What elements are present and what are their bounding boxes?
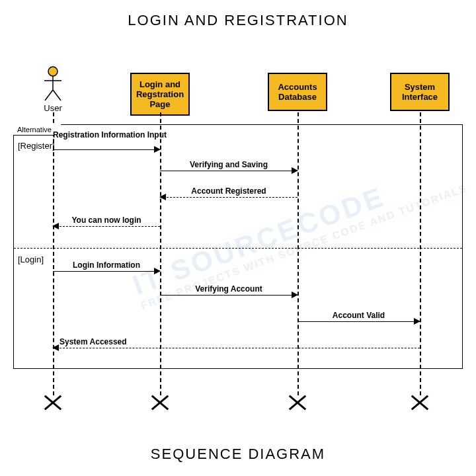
svg-point-0 xyxy=(48,67,58,76)
lifeline-box-sys: System Interface xyxy=(390,73,450,111)
destroy-sys xyxy=(410,395,430,410)
msg-label: Verifying Account xyxy=(160,284,298,294)
msg-verify-acct: Verifying Account xyxy=(160,295,298,307)
actor-icon xyxy=(43,66,63,102)
msg-label: System Accessed xyxy=(60,337,127,346)
msg-label: Account Registered xyxy=(160,186,298,196)
msg-verify-save: Verifying and Saving xyxy=(160,171,298,182)
msg-acct-valid: Account Valid xyxy=(298,321,420,333)
msg-label: Login Information xyxy=(53,260,160,270)
destroy-db xyxy=(288,395,307,410)
msg-acct-registered: Account Registered xyxy=(160,197,298,209)
lifeline-box-page: Login and Regstration Page xyxy=(130,73,190,116)
guard-login: [Login] xyxy=(18,255,44,264)
msg-sys-accessed: System Accessed xyxy=(53,348,420,360)
msg-label: Verifying and Saving xyxy=(160,160,298,169)
msg-label: Account Valid xyxy=(298,311,420,320)
actor-label: User xyxy=(40,103,66,113)
destroy-page xyxy=(150,395,170,410)
msg-label: Registration Information Input xyxy=(53,131,160,139)
msg-can-login: You can now login xyxy=(53,226,160,238)
guard-register: [Register] xyxy=(18,141,55,151)
footer-title: SEQUENCE DIAGRAM xyxy=(0,446,476,463)
msg-reg-input: Registration Information Input xyxy=(53,149,160,161)
msg-label: You can now login xyxy=(53,216,160,225)
actor-user: User xyxy=(40,66,66,113)
destroy-user xyxy=(43,395,63,410)
page-title: LOGIN AND REGISTRATION xyxy=(0,12,476,29)
frame-divider xyxy=(14,248,462,249)
diagram-canvas: IT SOURCECODE FREE PROJECTS WITH SOURCE … xyxy=(13,60,463,410)
svg-line-3 xyxy=(45,90,53,100)
msg-login-info: Login Information xyxy=(53,271,160,283)
svg-line-4 xyxy=(53,90,61,100)
lifeline-box-db: Accounts Database xyxy=(268,73,327,111)
